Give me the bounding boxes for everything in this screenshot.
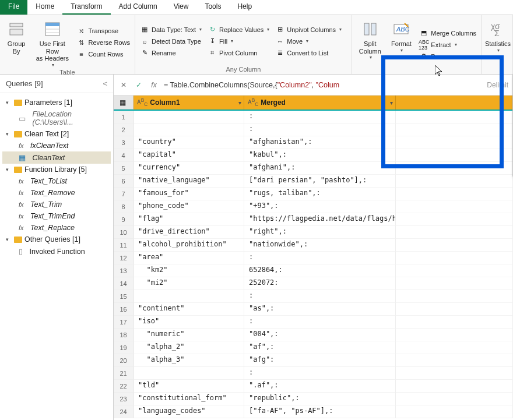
- cell-column1[interactable]: "capital": [133, 149, 244, 162]
- table-row[interactable]: 18 "numeric""004",:: [114, 329, 513, 341]
- query-text-trim[interactable]: fx Text_Trim: [2, 199, 111, 210]
- formula-commit-button[interactable]: ✓: [133, 81, 144, 89]
- cell-merged[interactable]: "af",:: [244, 341, 396, 354]
- table-row[interactable]: 17"iso":: [114, 316, 513, 329]
- cell-column1[interactable]: "numeric": [133, 329, 244, 341]
- formula-cancel-button[interactable]: ✕: [118, 81, 129, 89]
- fill-button[interactable]: ↧Fill: [206, 36, 270, 47]
- query-text-trimend[interactable]: fx Text_TrimEnd: [2, 210, 111, 222]
- cell-merged[interactable]: ["fa-AF", "ps-AF"],:: [244, 405, 396, 418]
- cell-column1[interactable]: "km2": [133, 264, 244, 277]
- formula-fx-button[interactable]: fx: [149, 81, 159, 89]
- menu-transform[interactable]: Transform: [62, 0, 110, 15]
- row-number[interactable]: 8: [114, 200, 133, 213]
- table-row[interactable]: 24"language_codes"["fa-AF", "ps-AF"],:: [114, 405, 513, 418]
- convert-to-list-button[interactable]: ≣Convert to List: [274, 48, 343, 58]
- detect-data-type-button[interactable]: ⌕Detect Data Type: [139, 36, 203, 47]
- cell-extra[interactable]: [396, 123, 513, 136]
- data-grid[interactable]: ▦ ABC Column1 ▾ ABC Merged ▾ 1:2:3"count…: [114, 96, 513, 420]
- group-by-button[interactable]: Group By: [3, 17, 29, 68]
- cell-extra[interactable]: [396, 341, 513, 354]
- cell-extra[interactable]: [396, 136, 513, 149]
- row-number[interactable]: 2: [114, 123, 133, 136]
- query-filelocation[interactable]: ▭ FileLocation (C:\Users\I...: [2, 108, 111, 128]
- menu-home[interactable]: Home: [27, 0, 62, 15]
- menu-help[interactable]: Help: [229, 0, 260, 15]
- table-row[interactable]: 3"country""afghanistan",:: [114, 136, 513, 149]
- cell-extra[interactable]: [396, 405, 513, 418]
- query-text-remove[interactable]: fx Text_Remove: [2, 187, 111, 199]
- cell-merged[interactable]: 252072:: [244, 277, 396, 290]
- folder-other-queries[interactable]: ▾Other Queries [1]: [2, 234, 111, 245]
- cell-merged[interactable]: "republic",:: [244, 393, 396, 405]
- cell-column1[interactable]: "alpha_2": [133, 341, 244, 354]
- column-header-merged[interactable]: ABC Merged ▾: [244, 96, 396, 110]
- query-cleantext[interactable]: ▦ CleanText: [2, 151, 111, 164]
- table-row[interactable]: 7"famous_for""rugs, taliban",:: [114, 188, 513, 200]
- cell-extra[interactable]: [396, 252, 513, 264]
- select-all-button[interactable]: ▦: [114, 96, 133, 110]
- row-number[interactable]: 18: [114, 329, 133, 341]
- row-number[interactable]: 1: [114, 111, 133, 123]
- table-row[interactable]: 23"constitutional_form""republic",:: [114, 393, 513, 405]
- cell-extra[interactable]: [396, 354, 513, 367]
- cell-column1[interactable]: [133, 367, 244, 380]
- merge-columns-button[interactable]: ⬒Merge Columns: [418, 28, 477, 38]
- cell-merged[interactable]: ["dari persian", "pashto"],:: [244, 175, 396, 188]
- column-header-extra[interactable]: [396, 96, 513, 110]
- cell-merged[interactable]: "afghanistan",:: [244, 136, 396, 149]
- extract-button[interactable]: ABC123Extract: [418, 40, 477, 50]
- table-row[interactable]: 11"alcohol_prohibition""nationwide",:: [114, 239, 513, 252]
- folder-clean-text[interactable]: ▾Clean Text [2]: [2, 128, 111, 140]
- row-number[interactable]: 4: [114, 149, 133, 162]
- cell-column1[interactable]: "area": [133, 252, 244, 264]
- format-button[interactable]: ABC Format: [388, 17, 415, 72]
- table-row[interactable]: 10"drive_direction""right",:: [114, 226, 513, 239]
- menu-add-column[interactable]: Add Column: [111, 0, 166, 15]
- menu-tools[interactable]: Tools: [196, 0, 229, 15]
- table-row[interactable]: 6"native_language"["dari persian", "pash…: [114, 175, 513, 188]
- statistics-button[interactable]: χσΣ Statistics: [485, 17, 511, 72]
- column-header-column1[interactable]: ABC Column1 ▾: [133, 96, 244, 110]
- unpivot-button[interactable]: ⊞Unpivot Columns: [274, 24, 343, 35]
- query-invoked-function[interactable]: ▯ Invoked Function: [2, 245, 111, 257]
- cell-column1[interactable]: [133, 111, 244, 123]
- cell-merged[interactable]: "right",:: [244, 226, 396, 239]
- table-row[interactable]: 12"area":: [114, 252, 513, 264]
- row-number[interactable]: 22: [114, 380, 133, 393]
- transpose-button[interactable]: ⤭Transpose: [75, 26, 131, 36]
- table-row[interactable]: 1:: [114, 111, 513, 123]
- row-number[interactable]: 5: [114, 162, 133, 175]
- pivot-column-button[interactable]: ⌗Pivot Column: [206, 48, 270, 58]
- cell-column1[interactable]: "iso": [133, 316, 244, 329]
- cell-extra[interactable]: [396, 290, 513, 303]
- cell-merged[interactable]: "+93",:: [244, 200, 396, 213]
- cell-column1[interactable]: "drive_direction": [133, 226, 244, 239]
- column-dropdown-button[interactable]: ▾: [238, 100, 241, 106]
- queries-collapse-button[interactable]: <: [103, 79, 107, 88]
- table-row[interactable]: 21:: [114, 367, 513, 380]
- cell-column1[interactable]: "continent": [133, 303, 244, 316]
- cell-extra[interactable]: [396, 239, 513, 252]
- cell-column1[interactable]: [133, 123, 244, 136]
- cell-merged[interactable]: "as",:: [244, 303, 396, 316]
- cell-column1[interactable]: "flag": [133, 213, 244, 226]
- row-number[interactable]: 6: [114, 175, 133, 188]
- cell-merged[interactable]: :: [244, 252, 396, 264]
- cell-merged[interactable]: ".af",:: [244, 380, 396, 393]
- cell-extra[interactable]: [396, 393, 513, 405]
- table-row[interactable]: 20 "alpha_3""afg":: [114, 354, 513, 367]
- rename-button[interactable]: ✎Rename: [139, 48, 203, 58]
- query-text-tolist[interactable]: fx Text_ToList: [2, 175, 111, 187]
- cell-extra[interactable]: [396, 303, 513, 316]
- table-row[interactable]: 15:: [114, 290, 513, 303]
- cell-column1[interactable]: "native_language": [133, 175, 244, 188]
- query-fxcleantext[interactable]: fx fxCleanText: [2, 140, 111, 151]
- cell-column1[interactable]: "country": [133, 136, 244, 149]
- cell-column1[interactable]: [133, 290, 244, 303]
- cell-column1[interactable]: "currency": [133, 162, 244, 175]
- table-row[interactable]: 9"flag""https://flagpedia.net/data/flags…: [114, 213, 513, 226]
- table-row[interactable]: 4"capital""kabul",:: [114, 149, 513, 162]
- row-number[interactable]: 13: [114, 264, 133, 277]
- cell-column1[interactable]: "famous_for": [133, 188, 244, 200]
